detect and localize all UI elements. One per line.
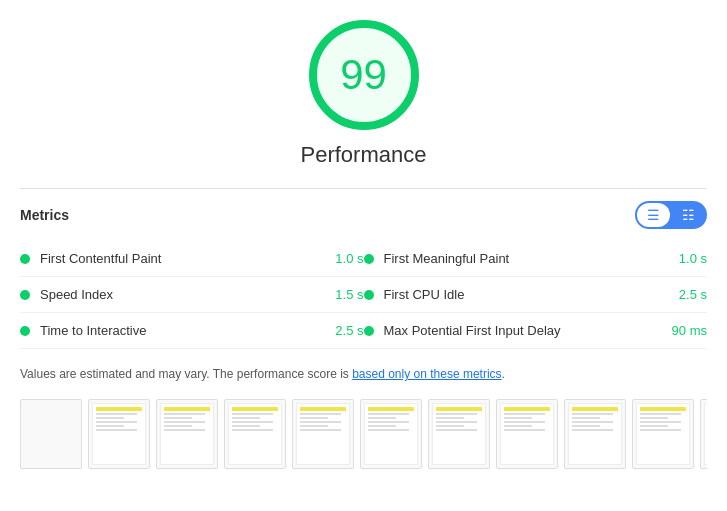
metric-value: 1.0 s xyxy=(335,251,363,266)
note-suffix: . xyxy=(502,367,505,381)
metric-dot xyxy=(364,290,374,300)
metric-name: Speed Index xyxy=(40,287,327,302)
metrics-header: Metrics ☰ ☷ xyxy=(20,188,707,229)
score-label: Performance xyxy=(301,142,427,168)
filmstrip-thumb xyxy=(88,399,150,469)
score-circle: 99 xyxy=(309,20,419,130)
filmstrip-thumb xyxy=(292,399,354,469)
metric-value: 2.5 s xyxy=(335,323,363,338)
grid-view-button[interactable]: ☷ xyxy=(672,203,705,227)
metric-name: First Contentful Paint xyxy=(40,251,327,266)
metric-value: 1.5 s xyxy=(335,287,363,302)
filmstrip-thumb xyxy=(224,399,286,469)
metric-dot xyxy=(364,326,374,336)
metric-dot xyxy=(364,254,374,264)
filmstrip-thumb xyxy=(632,399,694,469)
note-text: Values are estimated and may vary. The p… xyxy=(20,365,707,383)
metric-dot xyxy=(20,290,30,300)
metric-dot xyxy=(20,326,30,336)
filmstrip-thumb xyxy=(156,399,218,469)
metric-name: First CPU Idle xyxy=(384,287,671,302)
metric-dot xyxy=(20,254,30,264)
metric-row: Speed Index 1.5 s xyxy=(20,277,364,313)
metric-name: Time to Interactive xyxy=(40,323,327,338)
list-view-button[interactable]: ☰ xyxy=(637,203,670,227)
metric-row: Time to Interactive 2.5 s xyxy=(20,313,364,349)
filmstrip xyxy=(20,399,707,469)
filmstrip-thumb xyxy=(360,399,422,469)
metric-name: First Meaningful Paint xyxy=(384,251,671,266)
filmstrip-thumb xyxy=(428,399,490,469)
metric-row: First Meaningful Paint 1.0 s xyxy=(364,241,708,277)
filmstrip-thumb xyxy=(496,399,558,469)
metric-row: Max Potential First Input Delay 90 ms xyxy=(364,313,708,349)
score-value: 99 xyxy=(340,51,387,99)
metric-value: 2.5 s xyxy=(679,287,707,302)
metrics-grid: First Contentful Paint 1.0 s First Meani… xyxy=(20,241,707,349)
metric-value: 1.0 s xyxy=(679,251,707,266)
score-section: 99 Performance xyxy=(20,20,707,168)
filmstrip-thumb xyxy=(700,399,707,469)
metrics-link[interactable]: based only on these metrics xyxy=(352,367,501,381)
metric-name: Max Potential First Input Delay xyxy=(384,323,664,338)
metric-row: First Contentful Paint 1.0 s xyxy=(20,241,364,277)
metric-value: 90 ms xyxy=(672,323,707,338)
metrics-title: Metrics xyxy=(20,207,69,223)
filmstrip-thumb xyxy=(20,399,82,469)
filmstrip-thumb xyxy=(564,399,626,469)
view-toggle: ☰ ☷ xyxy=(635,201,707,229)
note-prefix: Values are estimated and may vary. The p… xyxy=(20,367,352,381)
metric-row: First CPU Idle 2.5 s xyxy=(364,277,708,313)
